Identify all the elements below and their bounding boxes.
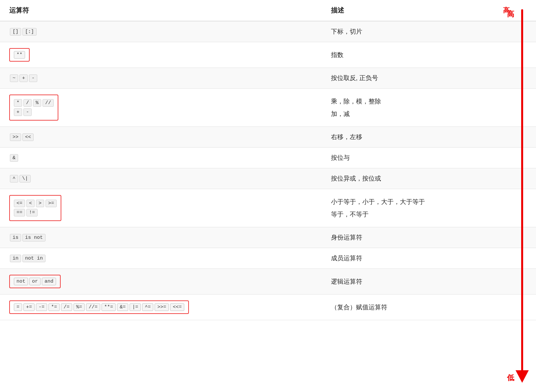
description-cell: 身份运算符 [322,227,478,248]
operator-token: >> [10,133,21,141]
operator-token: > [36,200,44,207]
table-row: **指数 [0,42,536,68]
table-row: [][:]下标，切片 [0,21,536,42]
description-cell: 逻辑运算符 [322,269,478,294]
operator-token: not [14,278,28,285]
description-cell: 成员运算符 [322,248,478,269]
operator-token: %= [74,303,85,311]
description-cell: 小于等于，小于，大于，大于等于等于，不等于 [322,189,478,227]
operator-token: % [33,99,41,107]
arrow-line [521,9,523,370]
operator-token: - [29,74,37,82]
label-high: 高 [507,9,514,19]
operator-token: / [23,99,32,107]
operator-token: **= [102,303,116,311]
description-cell: 下标，切片 [322,21,478,42]
arrow-head [516,370,529,383]
description-cell: （复合）赋值运算符 [322,294,478,320]
operator-token: << [22,133,34,141]
operator-token: >= [45,200,57,207]
operator-token: ~ [10,74,18,82]
operator-token: \| [19,175,31,182]
operator-token: *= [48,303,60,311]
table-row: ^\|按位异或，按位或 [0,168,536,189]
operator-token: is not [22,234,45,241]
operator-token: -= [36,303,47,311]
operator-token: is [10,234,21,241]
operator-token: <<= [170,303,184,311]
operator-token: * [14,99,22,107]
table-row: isis not身份运算符 [0,227,536,248]
operator-token: + [14,108,22,116]
operator-token: or [29,278,41,285]
operator-token: + [19,74,28,82]
operator-token: >>= [155,303,169,311]
operator-token: not in [22,255,45,262]
table-row: notorand逻辑运算符 [0,269,536,294]
operator-token: |= [130,303,141,311]
operator-token: - [23,108,32,116]
operator-token: // [43,99,54,107]
operator-token: != [26,209,38,216]
header-operator: 运算符 [0,0,322,21]
operator-token: in [10,255,21,262]
operator-token: [:] [22,28,37,36]
label-low: 低 [507,373,514,383]
operator-token: <= [14,200,25,207]
priority-arrow [516,9,528,383]
description-cell: 按位与 [322,148,478,168]
table-row: innot in成员运算符 [0,248,536,269]
operator-token: = [14,303,22,311]
operator-token: ^= [142,303,153,311]
page-wrapper: 运算符 描述 高 [][:]下标，切片**指数~+-按位取反, 正负号*/%//… [0,0,536,392]
operator-token: += [23,303,35,311]
description-cell: 右移，左移 [322,127,478,148]
description-cell: 按位取反, 正负号 [322,68,478,89]
table-row: */%//+-乘，除，模，整除加，减 [0,89,536,127]
operators-table: 运算符 描述 高 [][:]下标，切片**指数~+-按位取反, 正负号*/%//… [0,0,536,320]
operator-token: //= [86,303,100,311]
operator-token: ** [14,51,25,59]
description-cell: 乘，除，模，整除加，减 [322,89,478,127]
header-description: 描述 [322,0,478,21]
operator-token: ^ [10,175,18,182]
operator-token: &= [117,303,128,311]
operator-token: == [14,209,25,216]
operator-token: & [10,154,18,162]
table-row: =+=-=*=/=%=//=**=&=|=^=>>=<<=（复合）赋值运算符 [0,294,536,320]
operator-token: < [26,200,35,207]
operator-token: /= [61,303,72,311]
description-cell: 按位异或，按位或 [322,168,478,189]
description-cell: 指数 [322,42,478,68]
table-row: >><<右移，左移 [0,127,536,148]
operator-token: [] [10,28,21,36]
table-row: ~+-按位取反, 正负号 [0,68,536,89]
table-row: &按位与 [0,148,536,168]
operator-token: and [42,278,56,285]
table-row: <=<>>===!=小于等于，小于，大于，大于等于等于，不等于 [0,189,536,227]
